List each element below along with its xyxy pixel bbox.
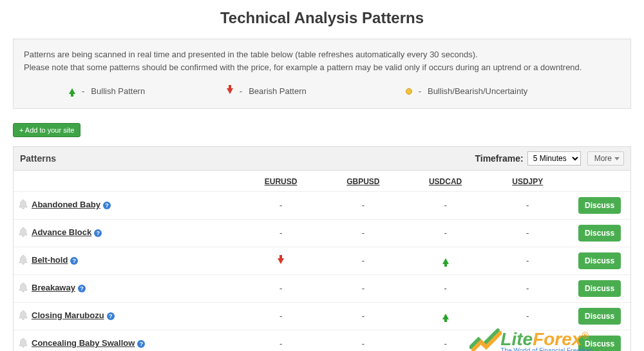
table-row: Closing Marubozu?---Discuss [14, 302, 630, 330]
legend-sep: - [82, 85, 84, 98]
bell-icon[interactable] [19, 254, 28, 267]
more-label: More [594, 154, 612, 163]
table-row: Belt-hold?--Discuss [14, 247, 630, 274]
pattern-name-link[interactable]: Closing Marubozu [32, 310, 104, 320]
signal-cell: - [404, 274, 487, 302]
col-header[interactable]: USDCAD [404, 171, 487, 192]
pattern-name-link[interactable]: Abandoned Baby [32, 200, 100, 209]
cell-dash: - [362, 339, 365, 348]
patterns-table: EURUSD GBPUSD USDCAD USDJPY Abandoned Ba… [14, 171, 630, 352]
cell-dash: - [526, 256, 529, 265]
pattern-name-link[interactable]: Concealing Baby Swallow [32, 338, 135, 348]
bell-icon[interactable] [19, 227, 28, 239]
legend-sep: - [419, 85, 421, 98]
discuss-button[interactable]: Discuss [578, 225, 621, 242]
arrow-up-icon [69, 88, 75, 94]
signal-cell: - [322, 274, 404, 302]
arrow-down-icon [278, 258, 284, 264]
signal-cell: - [486, 191, 569, 219]
col-header[interactable]: USDJPY [486, 171, 569, 192]
info-icon[interactable]: ? [78, 285, 86, 292]
cell-dash: - [444, 339, 446, 348]
info-line-2: Please note that some patterns should be… [24, 61, 620, 74]
cell-dash: - [279, 339, 282, 348]
cell-dash: - [526, 339, 529, 348]
table-row: Concealing Baby Swallow?----Discuss [14, 330, 630, 351]
info-icon[interactable]: ? [70, 257, 78, 265]
signal-cell [404, 302, 487, 330]
legend: - Bullish Pattern - Bearish Pattern - Bu… [24, 85, 620, 98]
cell-dash: - [362, 283, 365, 293]
signal-cell: - [486, 247, 569, 274]
add-to-site-button[interactable]: + Add to your site [13, 123, 80, 137]
signal-cell: - [240, 191, 322, 219]
signal-cell: - [404, 330, 487, 351]
info-icon[interactable]: ? [94, 229, 102, 237]
legend-bearish: - Bearish Pattern [227, 85, 406, 98]
table-row: Abandoned Baby?----Discuss [14, 191, 630, 219]
arrow-up-icon [442, 258, 449, 264]
signal-cell: - [322, 302, 404, 330]
signal-cell: - [240, 274, 322, 302]
cell-dash: - [279, 200, 282, 210]
cell-dash: - [526, 283, 529, 293]
pattern-name-link[interactable]: Advance Block [32, 227, 91, 237]
page-title: Technical Analysis Patterns [0, 0, 644, 39]
bell-icon[interactable] [19, 337, 28, 350]
chevron-down-icon [614, 157, 620, 160]
pattern-name-link[interactable]: Belt-hold [32, 255, 68, 265]
legend-uncertain: - Bullish/Bearish/Uncertainty [406, 85, 620, 98]
cell-dash: - [526, 228, 529, 238]
signal-cell: - [240, 219, 322, 247]
info-line-1: Patterns are being scanned in real time … [24, 48, 620, 61]
arrow-up-icon [442, 314, 449, 319]
col-header[interactable]: EURUSD [240, 171, 322, 192]
panel-header: Patterns Timeframe: 5 Minutes More [14, 147, 630, 171]
info-icon[interactable]: ? [103, 202, 111, 209]
cell-dash: - [279, 311, 282, 321]
signal-cell: - [486, 302, 569, 330]
cell-dash: - [444, 283, 446, 293]
discuss-button[interactable]: Discuss [578, 308, 621, 325]
discuss-button[interactable]: Discuss [578, 197, 621, 214]
legend-bullish: - Bullish Pattern [24, 85, 227, 98]
arrow-down-icon [227, 88, 233, 94]
info-icon[interactable]: ? [107, 312, 115, 320]
bell-icon[interactable] [19, 199, 28, 211]
signal-cell: - [486, 330, 569, 351]
cell-dash: - [362, 256, 365, 265]
timeframe-select[interactable]: 5 Minutes [527, 151, 581, 166]
discuss-button[interactable]: Discuss [578, 280, 621, 297]
discuss-button[interactable]: Discuss [578, 252, 621, 269]
signal-cell: - [322, 191, 404, 219]
legend-bearish-label: Bearish Pattern [249, 85, 307, 98]
signal-cell: - [240, 330, 322, 351]
cell-dash: - [279, 283, 282, 293]
table-row: Advance Block?----Discuss [14, 219, 630, 247]
panel-title: Patterns [20, 153, 475, 164]
cell-dash: - [279, 228, 282, 238]
signal-cell: - [486, 219, 569, 247]
col-header[interactable]: GBPUSD [322, 171, 404, 192]
signal-cell: - [404, 219, 487, 247]
cell-dash: - [526, 311, 529, 321]
signal-cell [404, 247, 487, 274]
discuss-button[interactable]: Discuss [578, 336, 621, 352]
bell-icon[interactable] [19, 282, 28, 294]
cell-dash: - [362, 200, 365, 210]
pattern-name-link[interactable]: Breakaway [32, 283, 75, 292]
table-header-row: EURUSD GBPUSD USDCAD USDJPY [14, 171, 630, 192]
cell-dash: - [362, 311, 365, 321]
legend-bullish-label: Bullish Pattern [91, 85, 145, 98]
signal-cell: - [322, 247, 404, 274]
bell-icon[interactable] [19, 310, 28, 322]
cell-dash: - [526, 200, 529, 210]
dot-icon [406, 88, 412, 95]
signal-cell: - [404, 191, 487, 219]
table-row: Breakaway?----Discuss [14, 274, 630, 302]
patterns-panel: Patterns Timeframe: 5 Minutes More EURUS… [13, 146, 631, 352]
signal-cell: - [322, 219, 404, 247]
info-icon[interactable]: ? [137, 340, 145, 348]
legend-uncertain-label: Bullish/Bearish/Uncertainty [428, 85, 527, 98]
more-button[interactable]: More [587, 151, 624, 166]
